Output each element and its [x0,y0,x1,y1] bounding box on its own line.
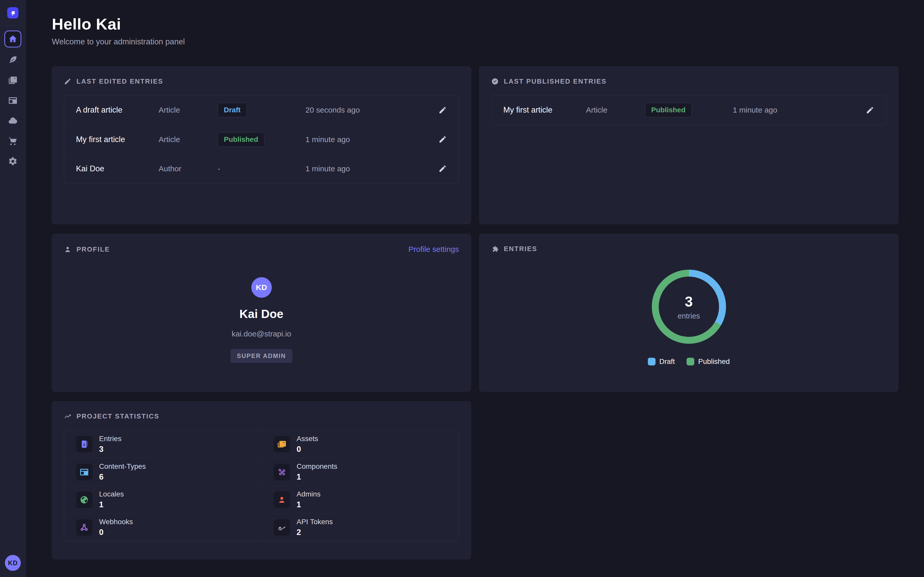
main-content: Hello Kai Welcome to your administration… [26,0,924,577]
table-row[interactable]: Kai Doe Author - 1 minute ago [64,154,459,183]
entry-type: Article [158,106,218,114]
card-header: PROFILE Profile settings [64,245,459,254]
stat-api-tokens: API Tokens 2 [262,513,459,541]
stat-label: API Tokens [297,518,333,526]
pencil-icon [438,164,447,173]
sidebar-item-media-library[interactable] [0,70,26,90]
stat-label: Webhooks [99,518,133,526]
entry-time: 20 seconds ago [305,106,438,114]
entry-status: Published [218,132,305,147]
stat-value: 0 [297,445,318,454]
table-row[interactable]: My first article Article Published 1 min… [491,95,886,125]
entry-name: A draft article [76,105,158,114]
edit-entry-button[interactable] [438,106,447,114]
sidebar-bottom: KD [0,550,26,577]
card-header: PROJECT STATISTICS [64,413,459,420]
check-circle-icon [491,78,499,85]
empty-grid-cell [479,401,898,559]
sidebar-nav [0,28,26,171]
card-header: LAST PUBLISHED ENTRIES [491,77,886,85]
stat-content-types: Content-Types 6 [64,458,262,486]
status-empty: - [218,164,220,173]
entries-donut-chart: 3 entries [645,263,733,350]
stat-webhooks: Webhooks 0 [64,513,262,541]
sidebar-item-marketplace[interactable] [0,131,26,151]
entry-status: - [218,164,305,173]
stat-assets: Assets 0 [262,430,459,458]
stat-value: 1 [99,500,124,509]
sidebar-item-cloud[interactable] [0,111,26,131]
sidebar-item-home[interactable] [0,28,26,50]
puzzle-icon [491,245,499,253]
stat-label: Admins [297,490,321,498]
last-published-table: My first article Article Published 1 min… [491,95,886,125]
table-row[interactable]: My first article Article Published 1 min… [64,125,459,154]
edit-entry-button[interactable] [866,106,874,114]
sidebar-item-content-type-builder[interactable] [0,90,26,111]
profile-body: KD Kai Doe kai.doe@strapi.io SUPER ADMIN [64,254,459,363]
key-icon [274,519,290,536]
edit-entry-button[interactable] [438,135,447,143]
pencil-icon [438,106,447,114]
stat-label: Assets [297,435,318,443]
stat-text: Admins 1 [297,490,321,509]
nodes-icon [274,464,290,480]
entry-time: 1 minute ago [733,106,866,114]
status-badge: Published [218,132,264,147]
stat-label: Components [297,463,338,471]
stat-text: Components 1 [297,463,338,482]
page-subtitle: Welcome to your administration panel [52,37,898,47]
last-published-entries-card: LAST PUBLISHED ENTRIES My first article … [479,66,898,224]
profile-email: kai.doe@strapi.io [231,330,291,338]
card-title: LAST PUBLISHED ENTRIES [504,77,606,85]
stats-table: Entries 3 Assets 0 [64,430,459,542]
user-avatar[interactable]: KD [5,555,21,571]
stat-locales: Locales 1 [64,486,262,513]
legend-item-published: Published [687,358,730,366]
published-swatch [687,358,694,366]
card-title: LAST EDITED ENTRIES [76,77,163,85]
stat-label: Entries [99,435,121,443]
strapi-logo-icon [10,10,16,16]
user-icon [274,492,290,508]
stat-entries: Entries 3 [64,430,262,458]
card-header: LAST EDITED ENTRIES [64,77,459,85]
last-edited-table: A draft article Article Draft 20 seconds… [64,95,459,183]
status-badge: Published [645,103,692,117]
card-title: PROFILE [76,245,110,253]
sidebar-item-settings[interactable] [0,151,26,171]
entry-time: 1 minute ago [305,135,438,144]
entry-type: Author [158,164,218,173]
profile-settings-link[interactable]: Profile settings [409,245,459,254]
document-icon [76,436,92,452]
sidebar: KD [0,0,26,577]
stat-value: 1 [297,500,321,509]
entry-status: Draft [218,103,305,117]
dashboard-grid: LAST EDITED ENTRIES A draft article Arti… [52,66,898,559]
entry-time: 1 minute ago [305,164,438,173]
globe-icon [76,492,92,508]
profile-avatar: KD [251,277,272,298]
layout-icon [8,96,18,105]
table-row[interactable]: A draft article Article Draft 20 seconds… [64,95,459,125]
cloud-icon [8,116,18,126]
stat-label: Locales [99,490,124,498]
card-title: PROJECT STATISTICS [76,413,159,420]
feather-icon [8,55,18,65]
stat-value: 1 [297,472,338,482]
share-nodes-icon [76,519,92,536]
edit-entry-button[interactable] [438,164,447,173]
pencil-icon [866,106,874,114]
sidebar-item-content-manager[interactable] [0,50,26,70]
profile-name: Kai Doe [239,307,283,321]
entry-type: Article [158,135,218,144]
profile-role-badge: SUPER ADMIN [231,349,292,363]
card-header: ENTRIES [491,245,886,253]
last-edited-entries-card: LAST EDITED ENTRIES A draft article Arti… [52,66,471,224]
legend-item-draft: Draft [648,358,675,366]
strapi-logo[interactable] [7,7,18,18]
layout-icon [76,464,92,480]
stat-components: Components 1 [262,458,459,486]
stat-value: 0 [99,528,133,537]
page-title: Hello Kai [52,15,898,33]
